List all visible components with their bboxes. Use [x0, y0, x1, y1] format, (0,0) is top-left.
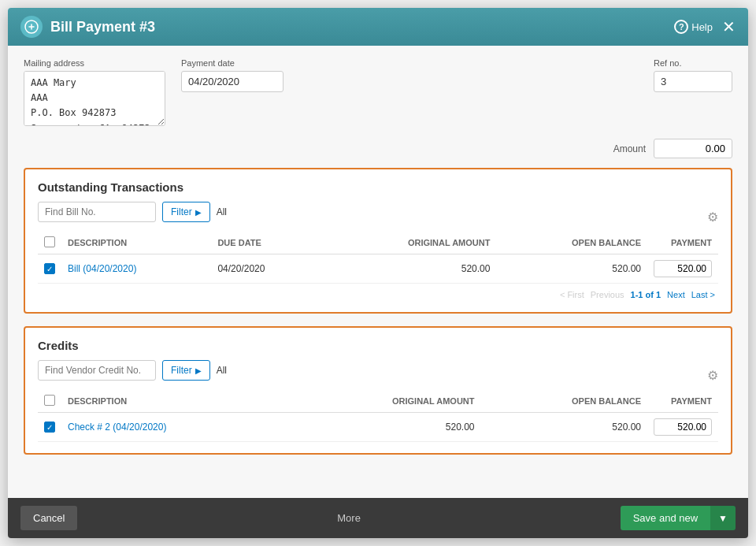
- col-open-balance: OPEN BALANCE: [496, 232, 647, 254]
- payment-date-input[interactable]: [181, 71, 284, 92]
- credits-row-checkbox-cell: ✓: [38, 413, 61, 442]
- row-original-amount: 520.00: [321, 254, 496, 284]
- outstanding-table-header: DESCRIPTION DUE DATE ORIGINAL AMOUNT OPE…: [38, 232, 718, 254]
- credits-col-original-amount: ORIGINAL AMOUNT: [288, 390, 481, 413]
- filter-arrow-icon: ▶: [195, 208, 202, 217]
- col-checkbox: [38, 232, 61, 254]
- outstanding-pagination: < First Previous 1-1 of 1 Next Last >: [38, 284, 718, 301]
- credits-col-checkbox: [38, 390, 61, 413]
- header-right: ? Help ✕: [674, 19, 736, 35]
- bill-payment-icon: [20, 16, 43, 38]
- credits-col-description: DESCRIPTION: [61, 390, 288, 413]
- modal-title: Bill Payment #3: [50, 19, 155, 35]
- col-due-date: DUE DATE: [211, 232, 321, 254]
- pagination-first[interactable]: < First: [560, 290, 584, 299]
- payment-date-group: Payment date: [181, 58, 284, 92]
- help-button[interactable]: ? Help: [674, 20, 713, 34]
- row-payment-cell: [647, 254, 718, 284]
- save-and-new-button[interactable]: Save and new: [621, 506, 710, 530]
- col-original-amount: ORIGINAL AMOUNT: [321, 232, 496, 254]
- col-description: DESCRIPTION: [61, 232, 211, 254]
- row-due-date: 04/20/2020: [211, 254, 321, 284]
- credits-settings-icon[interactable]: ⚙: [707, 368, 718, 383]
- row-checkbox[interactable]: ✓: [44, 263, 55, 274]
- modal-header: Bill Payment #3 ? Help ✕: [8, 8, 748, 46]
- mailing-address-group: Mailing address AAA Mary AAA P.O. Box 94…: [24, 58, 165, 126]
- select-all-checkbox[interactable]: [44, 236, 55, 247]
- row-checkbox-cell: ✓: [38, 254, 61, 284]
- credits-col-open-balance: OPEN BALANCE: [481, 390, 648, 413]
- cancel-button[interactable]: Cancel: [20, 506, 77, 530]
- credits-row-open-balance: 520.00: [481, 413, 648, 442]
- header-left: Bill Payment #3: [20, 16, 155, 38]
- pagination-previous[interactable]: Previous: [591, 290, 624, 299]
- credits-filter-controls: Filter ▶ All: [38, 360, 227, 381]
- form-fields-row: Mailing address AAA Mary AAA P.O. Box 94…: [24, 58, 732, 126]
- modal-body: Mailing address AAA Mary AAA P.O. Box 94…: [8, 46, 748, 498]
- find-vendor-credit-input[interactable]: [38, 360, 156, 381]
- credits-row-checkbox[interactable]: ✓: [44, 422, 55, 433]
- credits-table-header: DESCRIPTION ORIGINAL AMOUNT OPEN BALANCE…: [38, 390, 718, 413]
- row-open-balance: 520.00: [496, 254, 647, 284]
- outstanding-title: Outstanding Transactions: [38, 180, 718, 194]
- ref-no-group: Ref no.: [654, 58, 732, 92]
- row-description: Bill (04/20/2020): [61, 254, 211, 284]
- table-row: ✓ Bill (04/20/2020) 04/20/2020 520.00 52…: [38, 254, 718, 284]
- close-button[interactable]: ✕: [722, 19, 736, 35]
- pagination-range: 1-1 of 1: [631, 290, 662, 299]
- credits-row-payment-cell: [647, 413, 718, 442]
- credits-row-original-amount: 520.00: [288, 413, 481, 442]
- credits-row-payment-input[interactable]: [654, 418, 712, 436]
- outstanding-transactions-section: Outstanding Transactions Filter ▶ All ⚙: [24, 168, 732, 314]
- ref-no-label: Ref no.: [654, 58, 732, 68]
- row-payment-input[interactable]: [654, 260, 712, 277]
- mailing-address-field[interactable]: AAA Mary AAA P.O. Box 942873 Sacramento,…: [24, 71, 165, 126]
- credits-row-description: Check # 2 (04/20/2020): [61, 413, 288, 442]
- amount-section: Amount: [24, 139, 732, 158]
- more-button[interactable]: More: [337, 512, 361, 524]
- amount-label: Amount: [613, 143, 646, 154]
- amount-input[interactable]: [654, 139, 732, 158]
- credits-filter-arrow-icon: ▶: [195, 366, 202, 375]
- save-new-group: Save and new ▼: [621, 506, 736, 530]
- find-bill-input[interactable]: [38, 202, 156, 222]
- mailing-address-label: Mailing address: [24, 58, 165, 68]
- save-new-dropdown-button[interactable]: ▼: [710, 506, 736, 530]
- check-link[interactable]: Check # 2 (04/20/2020): [68, 422, 166, 433]
- col-payment: PAYMENT: [647, 232, 718, 254]
- payment-date-label: Payment date: [181, 58, 284, 68]
- outstanding-all-label: All: [217, 206, 227, 217]
- outstanding-settings-icon[interactable]: ⚙: [707, 210, 718, 225]
- table-row: ✓ Check # 2 (04/20/2020) 520.00 520.00: [38, 413, 718, 442]
- credits-all-label: All: [217, 365, 227, 376]
- credits-select-all-checkbox[interactable]: [44, 395, 55, 406]
- credits-col-payment: PAYMENT: [647, 390, 718, 413]
- credits-section: Credits Filter ▶ All ⚙: [24, 326, 732, 455]
- pagination-last[interactable]: Last >: [691, 290, 715, 299]
- ref-no-input[interactable]: [654, 71, 732, 92]
- help-icon: ?: [674, 20, 688, 34]
- pagination-next[interactable]: Next: [667, 290, 685, 299]
- bill-link[interactable]: Bill (04/20/2020): [68, 263, 136, 274]
- credits-table: DESCRIPTION ORIGINAL AMOUNT OPEN BALANCE…: [38, 390, 718, 442]
- credits-filter-button[interactable]: Filter ▶: [162, 360, 210, 381]
- outstanding-filter-controls: Filter ▶ All: [38, 202, 227, 222]
- outstanding-filter-button[interactable]: Filter ▶: [162, 202, 210, 222]
- bill-payment-modal: Bill Payment #3 ? Help ✕ Mailing address…: [8, 8, 748, 538]
- credits-filter-row: Filter ▶ All ⚙: [38, 360, 718, 390]
- credits-title: Credits: [38, 339, 718, 352]
- outstanding-filter-row: Filter ▶ All ⚙: [38, 202, 718, 232]
- outstanding-table: DESCRIPTION DUE DATE ORIGINAL AMOUNT OPE…: [38, 232, 718, 284]
- modal-footer: Cancel More Save and new ▼: [8, 498, 748, 538]
